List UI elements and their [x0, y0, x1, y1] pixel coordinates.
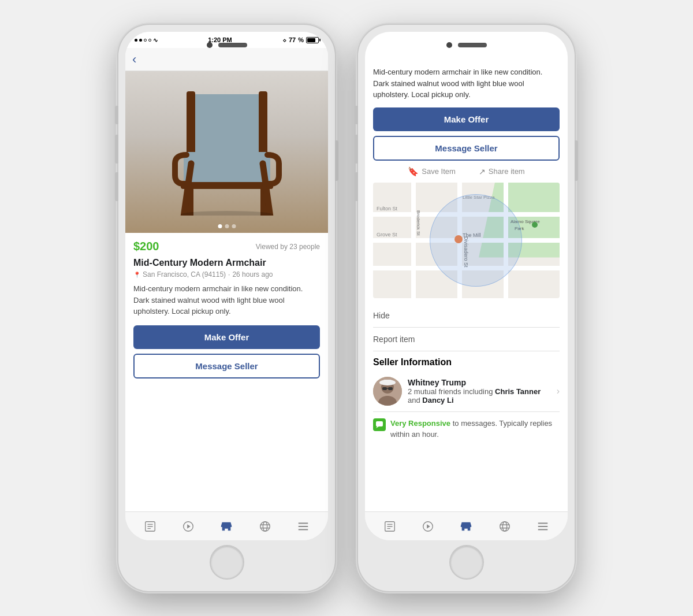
volume-down-button-2 — [355, 172, 358, 201]
responsive-row: Very Responsive to messages. Typically r… — [373, 411, 560, 446]
product-meta: 📍 San Francisco, CA (94115) · 26 hours a… — [133, 270, 320, 279]
tab-bar-1 — [125, 511, 328, 540]
mute-button — [115, 106, 118, 124]
front-camera — [207, 42, 213, 48]
location-icon: 📍 — [133, 272, 140, 278]
mute-button-2 — [355, 106, 358, 124]
product-location: San Francisco, CA (94115) — [143, 270, 226, 279]
svg-point-56 — [502, 521, 506, 531]
chair-background — [125, 71, 328, 233]
product-image — [125, 71, 328, 233]
svg-marker-48 — [376, 426, 379, 428]
phone-1-screen: ∿ 1:20 PM ⬦ 77% ‹ — [125, 32, 328, 540]
tab-menu[interactable] — [295, 518, 311, 535]
seller-avatar-image — [373, 377, 402, 406]
dot-3 — [232, 224, 236, 228]
svg-text:Grove St: Grove St — [377, 232, 397, 238]
svg-rect-4 — [181, 182, 273, 189]
signal-dot-2 — [139, 39, 142, 42]
svg-point-38 — [532, 222, 538, 228]
screen-content-2: Mid-century modern armchair in like new … — [365, 32, 568, 540]
signal-dot-4 — [148, 39, 151, 42]
hide-item-row[interactable]: Hide — [373, 304, 560, 328]
meta-separator: · — [228, 270, 230, 279]
back-button[interactable]: ‹ — [132, 52, 136, 67]
svg-marker-54 — [427, 524, 430, 528]
map-container[interactable]: Fulton St Grove St Divisadero St Broderi… — [373, 183, 560, 298]
svg-text:Broderick St: Broderick St — [416, 210, 421, 236]
chair-image — [169, 88, 285, 216]
and-text: and — [408, 396, 420, 405]
tab-globe[interactable] — [257, 518, 273, 535]
front-camera-2 — [446, 42, 452, 48]
svg-rect-43 — [383, 380, 392, 384]
p2-main-content: Mid-century modern armchair in like new … — [365, 60, 568, 511]
svg-point-55 — [500, 521, 509, 531]
bluetooth-icon: ⬦ — [282, 36, 286, 44]
seller-name: Whitney Trump — [408, 378, 551, 387]
tab-video[interactable] — [180, 518, 196, 535]
svg-point-17 — [263, 521, 267, 531]
make-offer-button[interactable]: Make Offer — [133, 325, 320, 349]
signal-indicators: ∿ — [135, 37, 158, 43]
seller-profile-row[interactable]: Whitney Trump 2 mutual friends including… — [373, 373, 560, 409]
svg-rect-2 — [259, 91, 267, 161]
wifi-icon: ∿ — [153, 37, 158, 43]
save-item-label: Save Item — [422, 167, 456, 176]
power-button — [335, 140, 338, 181]
tab-globe-2[interactable] — [497, 518, 513, 535]
phone-top-hardware-2 — [446, 42, 487, 48]
svg-rect-1 — [187, 91, 195, 161]
report-item-row[interactable]: Report item — [373, 328, 560, 351]
power-button-2 — [575, 140, 578, 181]
chair-svg — [169, 88, 285, 216]
item-description-top: Mid-century modern armchair in like new … — [373, 66, 560, 101]
product-time-ago: 26 hours ago — [232, 270, 273, 279]
price-row: $200 Viewed by 23 people — [133, 240, 320, 253]
chat-icon — [373, 418, 386, 431]
product-title: Mid-Century Modern Armchair — [133, 258, 320, 268]
tab-video-2[interactable] — [420, 518, 436, 535]
share-item-label: Share item — [489, 167, 525, 176]
tab-bar-2 — [365, 511, 568, 540]
status-right-icons: ⬦ 77% — [282, 36, 319, 44]
battery-icon — [306, 37, 319, 43]
phone-top-hardware — [207, 42, 247, 48]
phone-2: Mid-century modern armchair in like new … — [358, 25, 575, 591]
home-button-1[interactable] — [210, 545, 244, 580]
earpiece-speaker — [218, 43, 247, 47]
share-icon: ↗ — [479, 167, 486, 176]
save-item-button[interactable]: 🔖 Save Item — [408, 166, 456, 177]
viewed-by-text: Viewed by 23 people — [256, 243, 320, 251]
dot-2 — [225, 224, 229, 228]
svg-point-16 — [260, 521, 270, 531]
svg-rect-47 — [376, 421, 383, 426]
home-button-2[interactable] — [449, 545, 484, 580]
svg-text:Fulton St: Fulton St — [377, 206, 398, 211]
share-item-button[interactable]: ↗ Share item — [479, 166, 525, 177]
product-info: $200 Viewed by 23 people Mid-Century Mod… — [125, 233, 328, 511]
make-offer-button-2[interactable]: Make Offer — [373, 107, 560, 131]
friend-2-name: Dancy Li — [422, 396, 453, 405]
image-dots — [218, 224, 236, 228]
message-seller-button[interactable]: Message Seller — [133, 354, 320, 378]
tab-marketplace-2[interactable] — [458, 518, 474, 535]
chevron-right-icon: › — [557, 386, 560, 396]
volume-down-button — [115, 172, 118, 201]
message-seller-button-2[interactable]: Message Seller — [373, 136, 560, 161]
battery-fill — [307, 38, 315, 42]
responsive-text: Very Responsive to messages. Typically r… — [390, 418, 560, 440]
svg-point-9 — [181, 211, 273, 216]
seller-section: Seller Information — [373, 351, 560, 452]
mutual-friends-text: 2 mutual friends including — [408, 387, 493, 396]
tab-marketplace[interactable] — [218, 518, 234, 535]
tab-news-2[interactable] — [382, 518, 398, 535]
dot-1 — [218, 224, 222, 228]
svg-rect-3 — [184, 152, 270, 184]
earpiece-speaker-2 — [458, 43, 487, 47]
scene: ∿ 1:20 PM ⬦ 77% ‹ — [118, 25, 575, 591]
nav-bar-1: ‹ — [125, 48, 328, 71]
tab-news[interactable] — [142, 518, 158, 535]
svg-marker-15 — [187, 524, 191, 528]
tab-menu-2[interactable] — [535, 518, 551, 535]
